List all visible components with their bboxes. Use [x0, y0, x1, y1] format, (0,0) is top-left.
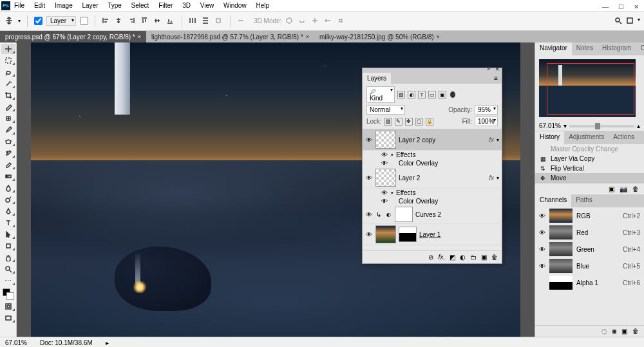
align-hcenter-icon[interactable] [115, 17, 124, 26]
lock-pixels-icon[interactable]: ✎ [395, 118, 402, 126]
menu-file[interactable]: File [14, 2, 24, 9]
layer-fx-icon[interactable]: fx. [438, 254, 445, 261]
visibility-icon[interactable]: 👁 [539, 212, 545, 220]
hand-tool[interactable] [1, 252, 15, 263]
maximize-button[interactable]: ☐ [616, 3, 626, 10]
fx-sub[interactable]: 👁Color Overlay [363, 197, 502, 205]
3d-scale-icon[interactable] [337, 17, 346, 26]
channel-rgb[interactable]: 👁RGBCtrl+2 [535, 207, 644, 224]
close-icon[interactable]: × [138, 33, 141, 40]
navigator-zoom-value[interactable]: 67.01% [539, 122, 561, 129]
menu-view[interactable]: View [200, 2, 214, 9]
menu-edit[interactable]: Edit [34, 2, 45, 9]
navigator-preview[interactable] [539, 59, 636, 117]
pen-tool[interactable] [1, 206, 15, 216]
align-left-icon[interactable] [102, 17, 111, 26]
dodge-tool[interactable] [1, 194, 15, 205]
tab-notes[interactable]: Notes [572, 42, 598, 55]
show-transform-checkbox[interactable] [80, 17, 88, 25]
fill-input[interactable]: 100% [475, 117, 498, 126]
chevron-right-icon[interactable]: ▸ [106, 339, 109, 346]
close-icon[interactable]: × [437, 33, 440, 40]
channel-alpha[interactable]: Alpha 1Ctrl+6 [535, 274, 644, 291]
new-snapshot-icon[interactable]: ▣ [609, 185, 614, 192]
more-distribute-icon[interactable] [237, 17, 246, 26]
quick-mask-tool[interactable] [1, 301, 15, 312]
camera-icon[interactable]: 📷 [620, 185, 627, 192]
clone-stamp-tool[interactable] [1, 136, 15, 147]
eyedropper-tool[interactable] [1, 102, 15, 112]
close-icon[interactable]: × [306, 33, 309, 40]
tab-channels[interactable]: Channels [535, 194, 571, 207]
menu-layer[interactable]: Layer [82, 2, 99, 9]
blur-tool[interactable] [1, 183, 15, 193]
layer-thumbnail[interactable] [375, 131, 396, 149]
type-tool[interactable] [1, 218, 15, 228]
lock-position-icon[interactable]: ✥ [405, 118, 413, 126]
filter-smart-icon[interactable]: ▣ [439, 91, 446, 98]
tab-paths[interactable]: Paths [571, 194, 597, 207]
filter-pixel-icon[interactable]: ▧ [397, 91, 405, 98]
eraser-tool[interactable] [1, 160, 15, 170]
tab-doc-1[interactable]: lighthouse-1872998.psd @ 57.7% (Layer 3,… [146, 31, 314, 42]
trash-icon[interactable]: 🗑 [632, 328, 639, 335]
layer-name[interactable]: Layer 1 [419, 231, 499, 238]
align-vcenter-icon[interactable] [153, 17, 162, 26]
spot-heal-tool[interactable] [1, 113, 15, 124]
status-zoom[interactable]: 67.01% [5, 339, 27, 346]
layer-row[interactable]: 👁 Layer 2 copy fx▾ [363, 129, 502, 151]
status-docsize[interactable]: Doc: 10.1M/38.6M [40, 339, 93, 346]
filter-type-icon[interactable]: T [418, 91, 426, 98]
zoom-in-icon[interactable]: ▴ [637, 122, 640, 129]
visibility-icon[interactable]: 👁 [365, 211, 373, 218]
menu-select[interactable]: Select [131, 2, 149, 9]
adjustment-layer-icon[interactable]: ◐ [460, 254, 466, 261]
lasso-tool[interactable] [1, 67, 15, 77]
edit-toolbar[interactable]: ⋯ [1, 276, 15, 286]
tab-doc-2[interactable]: milky-way-2181250.jpg @ 50% (RGB/8)× [314, 31, 445, 42]
new-channel-icon[interactable]: ▣ [621, 328, 627, 335]
tab-actions[interactable]: Actions [609, 131, 639, 144]
tab-navigator[interactable]: Navigator [535, 42, 572, 55]
tab-adjustments[interactable]: Adjustments [564, 131, 609, 144]
fx-sub[interactable]: 👁▾Effects [363, 189, 502, 197]
panel-menu-icon[interactable]: ≡ [494, 75, 498, 82]
gradient-tool[interactable] [1, 171, 15, 182]
auto-select-checkbox[interactable] [34, 17, 43, 25]
layer-name[interactable]: Layer 2 [399, 174, 486, 182]
layer-name[interactable]: Curves 2 [415, 211, 499, 218]
filter-kind-dropdown[interactable]: 🔎 Kind [366, 86, 395, 103]
layer-row[interactable]: 👁 ↳ ◐ Curves 2 [363, 205, 502, 224]
3d-orbit-icon[interactable] [285, 17, 294, 26]
history-item[interactable]: ✥Move [535, 173, 644, 183]
menu-image[interactable]: Image [55, 2, 73, 9]
new-layer-icon[interactable]: ▣ [481, 254, 487, 261]
tab-history[interactable]: History [535, 131, 564, 144]
layer-mask[interactable] [399, 227, 417, 242]
search-icon[interactable] [614, 17, 622, 26]
opacity-input[interactable]: 95% [475, 105, 498, 115]
move-tool[interactable] [1, 44, 15, 54]
collapse-icon[interactable]: « [488, 66, 490, 72]
brush-tool[interactable] [1, 125, 15, 135]
menu-filter[interactable]: Filter [158, 2, 173, 9]
channel-red[interactable]: 👁RedCtrl+3 [535, 224, 644, 241]
visibility-icon[interactable]: 👁 [365, 174, 373, 182]
layer-thumbnail[interactable] [375, 225, 396, 243]
distribute-v-icon[interactable] [202, 17, 211, 26]
visibility-icon[interactable]: 👁 [365, 231, 373, 238]
lock-artboard-icon[interactable]: ▢ [415, 118, 423, 126]
lock-transparent-icon[interactable]: ▨ [384, 118, 392, 126]
layer-thumbnail[interactable] [375, 169, 396, 187]
align-bottom-icon[interactable] [166, 17, 175, 26]
zoom-out-icon[interactable]: ▾ [564, 122, 567, 129]
tab-doc-0[interactable]: progress.psd @ 67% (Layer 2 copy, RGB/8)… [0, 31, 146, 42]
auto-select-dropdown[interactable]: Layer [46, 16, 76, 26]
filter-shape-icon[interactable]: ▭ [428, 91, 436, 98]
minimize-button[interactable]: — [600, 3, 611, 10]
menu-type[interactable]: Type [108, 2, 122, 9]
visibility-icon[interactable]: 👁 [539, 263, 545, 270]
magic-wand-tool[interactable] [1, 79, 15, 89]
layer-name[interactable]: Layer 2 copy [399, 136, 486, 144]
fx-badge[interactable]: fx [489, 174, 494, 182]
